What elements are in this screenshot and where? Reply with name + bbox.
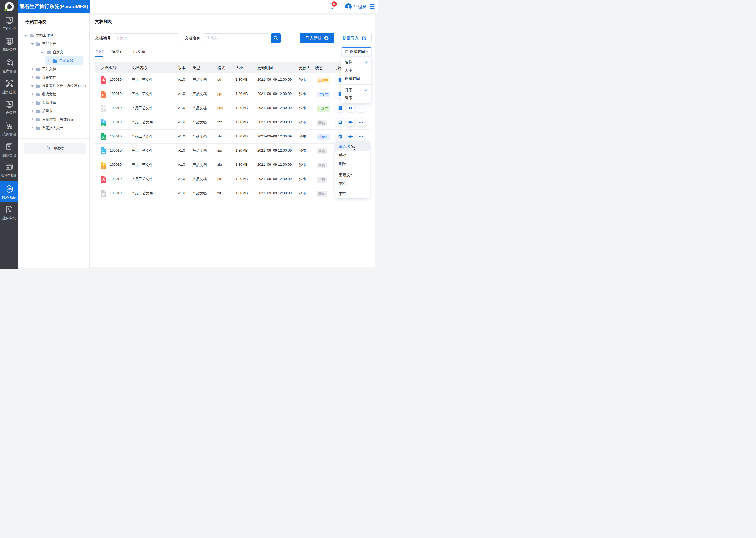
svg-text:PDM: PDM <box>7 188 12 190</box>
